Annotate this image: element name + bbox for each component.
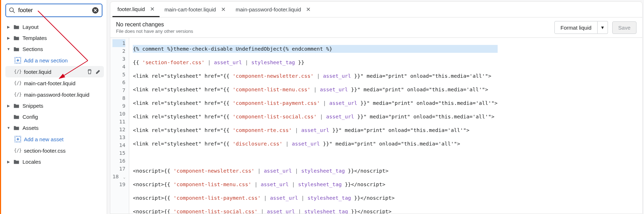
close-icon[interactable]: ✕	[306, 6, 311, 13]
file-tree-sidebar: ▶ Layout ▶ Templates ▼ Sections + Add a …	[0, 0, 107, 214]
tab-main-password-footer[interactable]: main-password-footer.liquid ✕	[231, 2, 316, 17]
folder-label: Sections	[22, 46, 101, 52]
folder-icon	[13, 125, 20, 131]
code-body[interactable]: {% comment %}theme-check-disable Undefin…	[129, 38, 497, 214]
folder-config[interactable]: Config	[4, 111, 104, 122]
file-section-footer-css[interactable]: {/} section-footer.css	[5, 145, 104, 156]
editor-toolbar: No recent changes File does not have any…	[110, 17, 642, 38]
tab-label: main-cart-footer.liquid	[165, 6, 216, 12]
editor-pane: footer.liquid ✕ main-cart-footer.liquid …	[110, 1, 643, 214]
folder-locales[interactable]: ▶ Locales	[4, 156, 104, 167]
close-icon[interactable]: ✕	[221, 6, 226, 13]
folder-label: Assets	[22, 125, 101, 131]
add-icon: +	[15, 57, 21, 63]
file-main-cart-footer[interactable]: {/} main-cart-footer.liquid	[5, 77, 104, 89]
folder-label: Layout	[22, 24, 101, 30]
folder-label: Config	[22, 114, 101, 120]
folder-icon	[13, 35, 20, 41]
liquid-file-icon: {/}	[15, 147, 21, 154]
clear-search-icon[interactable]	[92, 7, 99, 14]
add-icon: +	[15, 136, 21, 142]
file-footer-liquid[interactable]: {/} footer.liquid	[5, 66, 104, 77]
folder-assets[interactable]: ▼ Assets	[4, 122, 104, 133]
folder-icon	[13, 24, 20, 30]
folder-icon	[13, 103, 20, 109]
folder-icon	[13, 159, 20, 165]
chevron-down-icon: ▼	[7, 47, 10, 51]
chevron-right-icon: ▶	[7, 160, 10, 164]
svg-point-0	[10, 8, 14, 12]
file-main-password-footer[interactable]: {/} main-password-footer.liquid	[5, 89, 104, 100]
folder-templates[interactable]: ▶ Templates	[4, 32, 104, 44]
add-asset-link[interactable]: + Add a new asset	[5, 133, 104, 145]
folder-label: Locales	[22, 159, 101, 165]
liquid-file-icon: {/}	[15, 68, 21, 75]
delete-icon[interactable]	[87, 69, 92, 75]
tab-main-cart-footer[interactable]: main-cart-footer.liquid ✕	[160, 2, 231, 17]
chevron-down-icon: ▼	[7, 126, 10, 130]
line-gutter: 123456789101112131415161718 ⌄19	[110, 38, 129, 214]
format-liquid-button[interactable]: Format liquid	[554, 21, 598, 34]
close-icon[interactable]: ✕	[150, 6, 155, 12]
folder-layout[interactable]: ▶ Layout	[4, 21, 104, 32]
add-asset-label: Add a new asset	[24, 136, 101, 142]
search-icon	[9, 7, 15, 14]
tab-footer-liquid[interactable]: footer.liquid ✕	[112, 2, 160, 17]
folder-icon	[13, 46, 20, 52]
folder-sections[interactable]: ▼ Sections	[4, 44, 104, 55]
editor-tabs: footer.liquid ✕ main-cart-footer.liquid …	[110, 2, 642, 17]
chevron-right-icon: ▶	[7, 25, 10, 29]
folder-icon	[13, 114, 20, 120]
folder-label: Snippets	[22, 103, 101, 109]
save-button[interactable]: Save	[612, 21, 637, 34]
folder-snippets[interactable]: ▶ Snippets	[4, 100, 104, 111]
edit-icon[interactable]	[95, 69, 101, 75]
changes-subtitle: File does not have any other versions	[116, 29, 193, 34]
changes-title: No recent changes	[116, 21, 193, 28]
search-box[interactable]	[5, 4, 102, 17]
liquid-file-icon: {/}	[15, 80, 21, 86]
code-editor[interactable]: 123456789101112131415161718 ⌄19 {% comme…	[110, 38, 642, 214]
search-input[interactable]	[18, 7, 92, 14]
file-label: main-password-footer.liquid	[24, 92, 101, 98]
tab-label: footer.liquid	[117, 6, 145, 12]
file-label: section-footer.css	[24, 148, 101, 154]
file-label: footer.liquid	[24, 69, 84, 75]
file-label: main-cart-footer.liquid	[24, 80, 101, 86]
chevron-right-icon: ▶	[7, 104, 10, 108]
add-section-link[interactable]: + Add a new section	[5, 55, 104, 66]
add-section-label: Add a new section	[24, 57, 101, 63]
chevron-right-icon: ▶	[7, 36, 10, 40]
folder-label: Templates	[22, 35, 101, 41]
format-dropdown-button[interactable]: ▾	[598, 21, 608, 34]
liquid-file-icon: {/}	[15, 91, 21, 98]
svg-line-1	[13, 11, 15, 13]
tab-label: main-password-footer.liquid	[236, 6, 301, 12]
